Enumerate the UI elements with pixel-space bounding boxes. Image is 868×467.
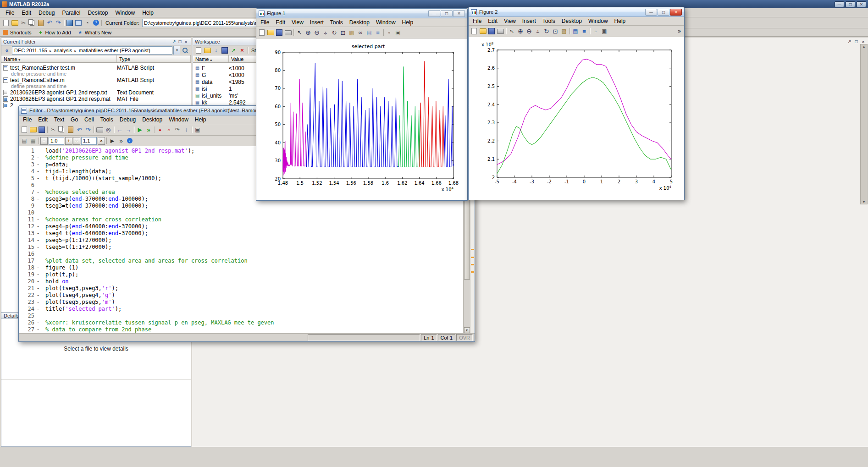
code-line-15[interactable]: 15-tseg5=t(1:1+270000); (19, 244, 463, 251)
print-icon[interactable] (95, 126, 104, 134)
open-file-icon[interactable] (29, 126, 37, 134)
main-menu-file[interactable]: File (2, 9, 18, 17)
cut-icon[interactable] (19, 19, 28, 27)
show-plot-tools-icon[interactable] (600, 27, 608, 35)
editor-menu-desktop[interactable]: Desktop (139, 116, 166, 123)
cell-value-field-2[interactable]: 1.1 (81, 137, 97, 145)
rotate-3d-icon[interactable] (330, 28, 338, 37)
figure1-menu-file[interactable]: File (257, 19, 272, 26)
step-in-icon[interactable] (182, 126, 190, 134)
current-folder-header[interactable]: Current Folder (1, 38, 191, 45)
paste-icon[interactable] (37, 19, 45, 27)
main-menu-debug[interactable]: Debug (35, 9, 58, 17)
evaluate-cell-and-advance-icon[interactable] (117, 137, 125, 145)
lint-marker[interactable] (471, 257, 474, 258)
file-row[interactable]: 20130626EP3 agonist GP1 2nd resp.matMAT … (1, 96, 191, 102)
find-files-icon[interactable] (104, 126, 112, 134)
figure2-menu-file[interactable]: File (470, 17, 485, 25)
maximize-panel-icon[interactable] (177, 38, 183, 44)
new-figure-icon[interactable] (258, 28, 266, 37)
save-icon[interactable] (38, 126, 46, 134)
import-data-icon[interactable] (212, 46, 220, 55)
main-menu-help[interactable]: Help (138, 9, 157, 17)
breadcrumb-matlabfiles-esther-ep3-agonist[interactable]: matlabfiles esther (EP3 agonist) (72, 48, 150, 53)
dock-editor-icon[interactable] (194, 126, 202, 134)
go-back-icon[interactable] (116, 126, 124, 134)
insert-colorbar-icon[interactable] (365, 28, 373, 37)
hide-plot-tools-icon[interactable] (385, 28, 393, 37)
save-workspace-icon[interactable] (221, 46, 229, 55)
cell-value-field-1[interactable]: 1.0 (49, 137, 64, 145)
editor-menu-help[interactable]: Help (192, 116, 210, 123)
figure2-titlebar[interactable]: Figure 2 (469, 7, 684, 17)
code-line-17[interactable]: 17-%plot data set, selected area and are… (19, 258, 463, 264)
profiler-icon[interactable] (83, 19, 91, 27)
editor-menu-debug[interactable]: Debug (116, 116, 139, 123)
cut-icon[interactable] (49, 126, 57, 134)
delete-variable-icon[interactable] (238, 46, 246, 55)
lint-marker[interactable] (471, 264, 474, 265)
new-script-icon[interactable] (20, 126, 28, 134)
figure2-menu-view[interactable]: View (501, 17, 519, 25)
breadcrumb-dropdown-icon[interactable] (173, 46, 180, 55)
back-icon[interactable] (3, 46, 11, 55)
figure1-menu-insert[interactable]: Insert (307, 19, 327, 26)
save-figure-icon[interactable] (275, 28, 283, 37)
show-plot-tools-icon[interactable] (394, 28, 402, 37)
figure1-minimize-button[interactable] (428, 10, 440, 17)
copy-icon[interactable] (28, 19, 36, 27)
close-panel-icon[interactable] (183, 38, 189, 44)
data-cursor-icon[interactable] (339, 28, 347, 37)
main-menu-parallel[interactable]: Parallel (58, 9, 84, 17)
main-menu-desktop[interactable]: Desktop (84, 9, 111, 17)
clear-all-breakpoints-icon[interactable] (165, 126, 173, 134)
figure1-menu-edit[interactable]: Edit (272, 19, 288, 26)
edit-plot-icon[interactable] (508, 27, 516, 35)
figure1-menu-view[interactable]: View (288, 19, 307, 26)
code-line-9[interactable]: 9-tseg3=t(end-370000:end-100000); (19, 203, 463, 209)
file-row[interactable]: 20130626EP3 agonist GP1 2nd resp.txtText… (1, 89, 191, 96)
insert-colorbar-icon[interactable] (571, 27, 580, 35)
new-figure-icon[interactable] (470, 27, 478, 35)
figure1-maximize-button[interactable] (441, 10, 453, 17)
insert-legend-icon[interactable] (374, 28, 382, 37)
rotate-3d-icon[interactable] (542, 27, 551, 35)
figure2-menu-insert[interactable]: Insert (519, 17, 539, 25)
insert-cell-divider-icon[interactable] (20, 137, 28, 145)
open-file-icon[interactable] (479, 27, 487, 35)
link-plot-icon[interactable] (356, 28, 365, 37)
code-line-22[interactable]: 22-plot(tseg4,pseg4,'g') (19, 292, 463, 299)
figure2-menu-desktop[interactable]: Desktop (558, 17, 585, 25)
cell-mode-help-icon[interactable] (126, 137, 134, 145)
guide-icon[interactable] (74, 19, 83, 27)
edit-plot-icon[interactable] (295, 28, 304, 37)
code-line-16[interactable]: 16 (19, 251, 463, 258)
editor-menu-go[interactable]: Go (67, 116, 81, 123)
main-menu-window[interactable]: Window (111, 9, 138, 17)
code-line-21[interactable]: 21-plot(tseg3,pseg3,'r'); (19, 285, 463, 292)
increment-value-button[interactable]: + (65, 137, 72, 145)
evaluate-cell-icon[interactable] (108, 137, 116, 145)
open-file-icon[interactable] (11, 19, 19, 27)
figure2-menu-edit[interactable]: Edit (485, 17, 501, 25)
insert-legend-icon[interactable] (580, 27, 588, 35)
open-file-icon[interactable] (266, 28, 275, 37)
redo-icon[interactable] (54, 19, 62, 27)
lint-marker[interactable] (471, 249, 474, 250)
code-line-11[interactable]: 11-%choose areas for cross corrleation (19, 216, 463, 223)
editor-menu-window[interactable]: Window (166, 116, 192, 123)
undock-panel-icon[interactable] (846, 38, 852, 44)
step-icon[interactable] (173, 126, 182, 134)
column-header-name[interactable]: Name (193, 55, 229, 62)
zoom-out-icon[interactable] (313, 28, 321, 37)
editor-menu-cell[interactable]: Cell (81, 116, 97, 123)
editor-menu-tools[interactable]: Tools (97, 116, 116, 123)
plot-variable-icon[interactable] (229, 46, 238, 55)
lint-marker[interactable] (471, 271, 474, 273)
figure2-minimize-button[interactable] (645, 9, 657, 16)
figure2-menu-window[interactable]: Window (585, 17, 611, 25)
code-line-23[interactable]: 23-plot(tseg5,pseg5,'m') (19, 299, 463, 306)
scroll-down-icon[interactable]: ▼ (862, 200, 866, 203)
maximize-panel-icon[interactable] (853, 38, 859, 44)
file-row[interactable]: test_RamonaEsther test.mMATLAB Script (1, 65, 191, 71)
